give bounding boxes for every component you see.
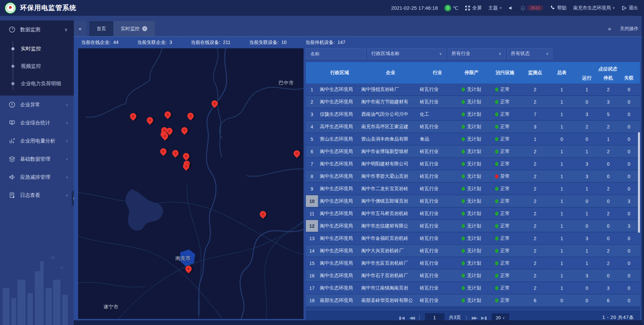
table-row[interactable]: 13 阆中生态环境局 阆中市金福旺页岩机砖 砖瓦行业 无计划 正常 2 1 3 … <box>306 232 640 244</box>
logout-button[interactable]: 退出 <box>621 5 638 11</box>
theme-label: 主题 <box>488 5 498 11</box>
sidebar-subitem-实时监控[interactable]: 实时监控 <box>0 40 74 57</box>
table-row[interactable]: 3 仪陇生态环境局 西南油气田分公司川中 化工 无计划 正常 7 1 3 5 0 <box>306 108 640 120</box>
col-region: 行政区域 <box>318 62 361 84</box>
stat-value: 3 <box>169 40 172 45</box>
sidebar-item-基础数据管理[interactable]: 基础数据管理 ‹ <box>0 150 74 168</box>
tab-close-icon[interactable]: × <box>142 26 147 31</box>
close-operations-button[interactable]: 关闭操作 <box>620 26 639 32</box>
cell-running: 0 <box>575 96 599 108</box>
table-row[interactable]: 4 高坪生态环境局 南充市高坪区王家店建 砖瓦行业 无计划 正常 3 1 2 2… <box>306 121 640 132</box>
table-row[interactable]: 2 阆中生态环境局 阆中市南方节能建材有 砖瓦行业 无计划 正常 2 1 0 3… <box>306 96 640 108</box>
org-menu[interactable]: 南充市生态环境局▾ <box>573 5 614 11</box>
collapse-arrow-icon: ‹ <box>73 196 74 201</box>
sidebar-item-label: 企业综合统计 <box>20 120 50 126</box>
sidebar-item-数据监测[interactable]: 数据监测 ∨ <box>0 20 74 39</box>
chevron-left-icon: ‹ <box>66 120 68 125</box>
cell-offline: 0 <box>618 158 640 170</box>
table-row[interactable]: 15 阆中生态环境局 阆中市光富页岩机砖厂 砖瓦行业 无计划 正常 2 1 1 … <box>306 257 640 269</box>
cell-facility-status: 正常 <box>488 208 522 219</box>
status-dot-icon <box>495 174 498 178</box>
app-body: 数据监测 ∨ 实时监控视频监控企业电力负荷明细 企业异常 ‹ 企业综合统计 ‹ … <box>0 16 644 325</box>
theme-menu[interactable]: 主题▾ <box>488 5 501 11</box>
table-row[interactable]: 11 阆中生态环境局 阆中市五马桥页岩机砖 砖瓦行业 无计划 正常 2 1 1 … <box>306 208 640 219</box>
tab-home-label: 首页 <box>97 26 106 32</box>
notifications[interactable]: 2632 <box>520 5 543 11</box>
cell-company: 阆中市金博瑞新型墙材 <box>361 146 420 157</box>
cell-company: 南充市高坪区王家店建 <box>361 121 420 132</box>
cell-stopped: 0 <box>598 232 618 244</box>
cell-offline: 0 <box>618 170 640 182</box>
sidebar-collapse-button[interactable]: ‹ <box>72 191 74 206</box>
table-scrollbar[interactable] <box>638 132 640 233</box>
cell-region: 营山生态环境局 <box>318 133 361 145</box>
col-meters: 总表 <box>548 62 575 84</box>
map-panel[interactable]: 巴中市南充市遂宁市 <box>78 48 304 319</box>
fullscreen-button[interactable]: 全屏 <box>465 5 482 11</box>
table-row[interactable]: 14 阆中生态环境局 阆中大兴页岩机砖厂 砖瓦行业 无计划 正常 2 1 1 2… <box>306 245 640 257</box>
cell-index: 6 <box>306 146 318 157</box>
prev-page-button[interactable]: ◀◀ <box>409 315 414 320</box>
alert-icon <box>9 101 15 108</box>
next-page-button[interactable]: ▶▶ <box>472 315 476 320</box>
cell-limit-status: 无计划 <box>455 294 488 306</box>
sound-toggle[interactable] <box>508 5 514 11</box>
table-row[interactable]: 18 南部生态环境局 南部县砖华页岩砖有限公 砖瓦行业 无计划 正常 6 0 0… <box>306 294 640 306</box>
cell-region: 阆中生态环境局 <box>318 282 361 294</box>
app-title: 环保用电监管系统 <box>20 3 76 12</box>
table-row[interactable]: 6 阆中生态环境局 阆中市金博瑞新型墙材 砖瓦行业 无计划 正常 2 1 1 2… <box>306 146 640 157</box>
sidebar-subitem-视频监控[interactable]: 视频监控 <box>0 57 74 75</box>
name-filter-input[interactable] <box>310 51 362 57</box>
cell-running: 0 <box>575 220 599 232</box>
cell-region: 南部生态环境局 <box>318 294 361 306</box>
chevron-down-icon: ∨ <box>64 27 68 32</box>
status-dot-icon <box>495 112 498 116</box>
table-row[interactable]: 7 阆中生态环境局 阆中明阳建材有限公司 砖瓦行业 无计划 正常 2 1 3 0… <box>306 158 640 170</box>
table-row[interactable]: 16 阆中生态环境局 阆中市石子页岩机砖厂 砖瓦行业 无计划 正常 2 1 3 … <box>306 270 640 281</box>
table-row[interactable]: 5 营山生态环境局 营山县润丰肉食品有限 食品 无计划 正常 1 0 0 1 0 <box>306 133 640 145</box>
status-dot-icon <box>462 112 465 116</box>
cell-industry: 砖瓦行业 <box>420 294 455 306</box>
cell-facility-status: 正常 <box>488 245 522 257</box>
tab-scroll-right-button[interactable]: » <box>608 25 611 32</box>
stat-value: 211 <box>223 40 230 45</box>
tab-home[interactable]: 首页 <box>89 21 113 36</box>
stat-value: 10 <box>281 40 287 45</box>
cell-meters: 1 <box>548 121 575 132</box>
cell-meters: 1 <box>548 220 575 232</box>
industry-select[interactable]: 所有行业 ∨ <box>448 48 505 59</box>
cell-points: 2 <box>522 245 548 257</box>
cell-meters: 1 <box>548 282 575 294</box>
cell-offline: 3 <box>618 220 640 232</box>
sidebar-subitem-企业电力负荷明细[interactable]: 企业电力负荷明细 <box>0 75 74 92</box>
cell-meters: 1 <box>548 96 575 108</box>
tab-realtime-monitor[interactable]: 实时监控 × <box>113 21 155 36</box>
first-page-button[interactable]: ▮◀ <box>399 315 405 320</box>
cell-offline: 0 <box>618 108 640 120</box>
help-button[interactable]: 帮助 <box>550 5 567 11</box>
sidebar-item-企业异常[interactable]: 企业异常 ‹ <box>0 96 74 114</box>
sidebar-item-日志查看[interactable]: 日志查看 ‹ <box>0 186 74 204</box>
table-row[interactable]: 10 阆中生态环境局 阆中千佛镇五郎垭页岩 砖瓦行业 无计划 正常 2 1 0 … <box>306 195 640 207</box>
sidebar-item-企业用电量分析[interactable]: 企业用电量分析 ‹ <box>0 132 74 150</box>
status-select[interactable]: 所有状态 ∨ <box>507 48 552 59</box>
status-dot-icon <box>462 274 465 278</box>
table-row[interactable]: 17 阆中生态环境局 阆中市江南镇阆南页岩 砖瓦行业 无计划 正常 2 1 0 … <box>306 282 640 294</box>
status-dot-icon <box>462 199 465 203</box>
status-dot-icon <box>495 199 498 203</box>
table-row[interactable]: 1 阆中生态环境局 阆中强锐页岩砖厂 砖瓦行业 无计划 正常 2 1 1 2 0 <box>306 84 640 95</box>
cell-points: 2 <box>522 96 548 108</box>
cell-company: 阆中市忠信建材有限公 <box>361 220 420 232</box>
table-row[interactable]: 9 阆中生态环境局 阆中市二龙长宝页岩砖 砖瓦行业 无计划 正常 2 1 1 2… <box>306 183 640 195</box>
table-row[interactable]: 8 阆中生态环境局 阆中市枣碧大梁山页岩 砖瓦行业 无计划 异常 2 1 3 0… <box>306 170 640 182</box>
region-select[interactable]: 行政区域名称 ∨ <box>368 48 446 59</box>
cell-running: 3 <box>575 232 599 244</box>
tab-scroll-left-button[interactable]: « <box>74 21 87 36</box>
sidebar-item-企业综合统计[interactable]: 企业综合统计 ‹ <box>0 114 74 132</box>
cell-running: 3 <box>575 270 599 281</box>
last-page-button[interactable]: ▶▮ <box>481 315 487 320</box>
sidebar-item-应急减排管理[interactable]: 应急减排管理 ‹ <box>0 168 74 186</box>
table-row[interactable]: 12 阆中生态环境局 阆中市忠信建材有限公 砖瓦行业 无计划 正常 2 1 0 … <box>306 220 640 232</box>
cell-industry: 砖瓦行业 <box>420 121 455 132</box>
col-limit: 停限产 <box>455 62 488 84</box>
